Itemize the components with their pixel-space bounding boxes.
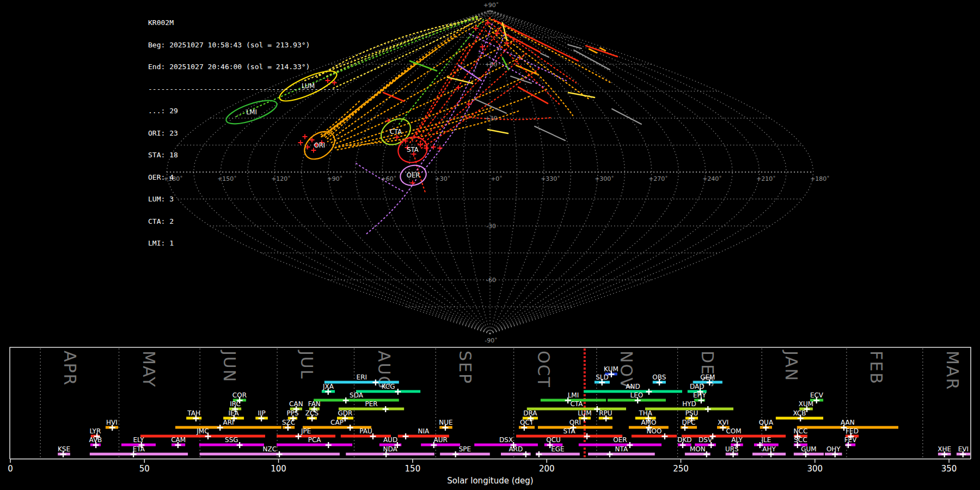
legend-divider: ----------------------------------------… (148, 85, 340, 93)
shower-label-dad: DAD (690, 383, 704, 390)
shower-label-ori: ORI (569, 419, 581, 426)
shower-label-irc: IRC (230, 400, 241, 408)
shower-label-aud: AUD (383, 436, 397, 444)
dec-label: +90˚ (483, 2, 499, 9)
shower-label-fed: FED (846, 427, 859, 435)
shower-label-ari: ARI (223, 419, 234, 426)
meteor-trail (356, 163, 404, 192)
ra-label: +0˚ (491, 175, 503, 182)
shower-peak-cap (347, 425, 353, 431)
radiant-label-sta: STA (407, 146, 418, 154)
month-label-mar: MAR (943, 351, 962, 390)
shower-bar-eta (90, 453, 188, 456)
shower-label-evi: EVI (958, 445, 969, 453)
ra-label: +60˚ (381, 175, 397, 182)
meteor-trail (535, 126, 565, 140)
shower-label-sld: SLD (596, 373, 609, 381)
shower-label-sta: STA (563, 427, 575, 435)
meteor-trail (586, 46, 617, 57)
meteor-trail (334, 108, 491, 148)
shower-peak-spe (452, 451, 458, 457)
shower-bar-spe (440, 453, 490, 456)
dec-label: -60 (486, 277, 496, 284)
month-label-jun: JUN (220, 350, 239, 383)
count-oer: OER: 4 (148, 174, 340, 181)
count-sporadic: ...: 29 (148, 107, 340, 115)
shower-label-xum: XUM (799, 400, 813, 408)
shower-label-obs: OBS (652, 373, 666, 381)
meteor-trail (420, 35, 504, 174)
shower-label-lyr: LYR (90, 427, 101, 435)
shower-label-dkd: DKD (677, 436, 691, 444)
shower-label-spe: SPE (459, 445, 471, 453)
axis-tick-label: 100 (271, 464, 286, 474)
shower-label-eri: ERI (357, 373, 367, 381)
count-lmi: LMI: 1 (148, 240, 340, 247)
shower-peak-noo (661, 433, 667, 439)
shower-label-noo: NOO (647, 427, 662, 435)
shower-peak-ege (536, 451, 542, 457)
meteor-trail (448, 77, 473, 83)
shower-label-qua: QUA (759, 419, 774, 426)
shower-label-tah: TAH (187, 409, 200, 417)
shower-label-and: AND (626, 383, 640, 390)
meteor-trail (503, 58, 509, 70)
axis-tick-label: 200 (539, 464, 555, 474)
shower-label-rpu: RPU (599, 409, 612, 417)
shower-label-nia: NIA (418, 427, 430, 435)
shower-peak-ard (523, 451, 529, 457)
shower-bar-nda (346, 453, 434, 456)
shower-peak-per (383, 406, 389, 412)
shower-label-jmc: JMC (196, 427, 209, 435)
month-label-jul: JUL (297, 350, 316, 380)
shower-label-ege: EGE (551, 445, 564, 453)
meteor-trail (488, 130, 508, 133)
shower-label-jxa: JXA (322, 383, 334, 390)
shower-label-zcs: ZCS (305, 409, 318, 417)
meteor-trail (612, 109, 641, 124)
meteor-trail (458, 65, 481, 81)
shower-peak-nta (607, 451, 612, 457)
shower-label-fan: FAN (308, 400, 321, 408)
shower-label-jle: JLE (761, 436, 771, 444)
shower-label-dsx: DSX (499, 436, 513, 444)
shower-label-cta: CTA (570, 400, 583, 408)
month-label-oct: OCT (534, 351, 553, 388)
shower-label-iea: IEA (228, 409, 239, 417)
observation-legend: KR002M Beg: 20251027 10:58:43 (sol = 213… (148, 4, 340, 254)
shower-peak-sda (343, 397, 349, 403)
shower-label-nue: NUE (439, 419, 452, 426)
shower-label-szc: SZC (282, 419, 295, 426)
shower-label-oct: OCT (520, 419, 534, 426)
meteor-trail (416, 27, 501, 142)
shower-label-lum: LUM (578, 409, 591, 417)
month-label-sep: SEP (456, 351, 475, 384)
shower-label-aur: AUR (433, 436, 447, 444)
shower-label-gum: GUM (801, 445, 816, 453)
shower-label-scc: SCC (794, 436, 807, 444)
dec-label: -30 (486, 223, 496, 230)
shower-peak-nia (403, 433, 409, 439)
meteor-cross-marker (438, 146, 443, 151)
shower-peak-ari (217, 425, 223, 431)
shower-bar-ari (175, 426, 281, 429)
dec-label: +60 (485, 61, 497, 68)
axis-tick-label: 150 (405, 464, 421, 474)
ra-label: +270˚ (648, 175, 668, 182)
shower-label-tha: THA (638, 409, 652, 417)
shower-label-nzc: NZC (263, 445, 277, 453)
month-label-jan: JAN (782, 350, 801, 382)
shower-label-pca: PCA (308, 436, 322, 444)
shower-label-cap: CAP (330, 419, 344, 426)
shower-label-leo: LEO (630, 391, 644, 399)
ra-label: +180˚ (810, 175, 830, 182)
station-id: KR002M (148, 19, 340, 27)
month-label-apr: APR (60, 351, 79, 386)
shower-label-eta: ETA (133, 445, 145, 453)
meteor-trail (327, 19, 490, 139)
shower-label-dsv: DSV (699, 436, 713, 444)
dec-label: +30 (485, 115, 497, 122)
shower-label-mon: MON (690, 445, 706, 453)
shower-bar-kcg (356, 390, 420, 393)
shower-label-fev: FEV (844, 436, 857, 444)
